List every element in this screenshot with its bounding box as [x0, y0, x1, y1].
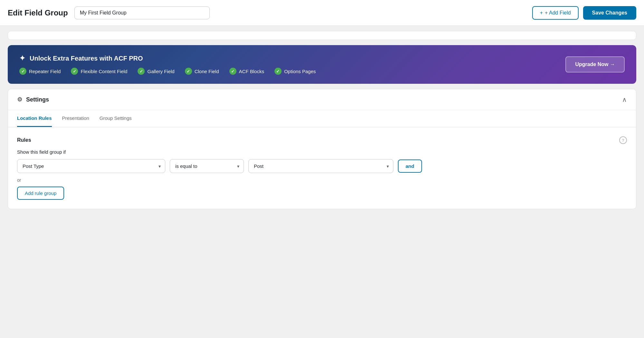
pro-banner-title-text: Unlock Extra Features with ACF PRO — [30, 55, 143, 62]
feature-label-gallery: Gallery Field — [147, 69, 174, 74]
page-title: Edit Field Group — [8, 8, 68, 17]
feature-blocks: ✓ ACF Blocks — [229, 68, 264, 75]
upgrade-now-button[interactable]: Upgrade Now → — [565, 56, 625, 72]
tab-group-settings[interactable]: Group Settings — [100, 110, 132, 127]
feature-label-blocks: ACF Blocks — [239, 69, 264, 74]
pro-banner: ✦ Unlock Extra Features with ACF PRO ✓ R… — [8, 45, 636, 84]
field-group-name-input[interactable] — [74, 6, 210, 19]
check-icon-options: ✓ — [274, 68, 282, 75]
pro-features-list: ✓ Repeater Field ✓ Flexible Content Fiel… — [19, 68, 316, 75]
check-icon-blocks: ✓ — [229, 68, 236, 75]
rules-section: Rules ? Show this field group if Post Ty… — [8, 127, 636, 209]
check-icon-repeater: ✓ — [19, 68, 26, 75]
feature-label-options: Options Pages — [284, 69, 316, 74]
check-icon-flexible: ✓ — [71, 68, 78, 75]
operator-select-wrapper: is equal to is not equal to ▾ — [170, 159, 244, 173]
plus-icon: + — [540, 10, 543, 16]
value-select[interactable]: Post Page Custom — [248, 159, 393, 173]
help-icon[interactable]: ? — [619, 136, 627, 144]
feature-repeater: ✓ Repeater Field — [19, 68, 61, 75]
tab-presentation[interactable]: Presentation — [62, 110, 89, 127]
feature-label-flexible: Flexible Content Field — [81, 69, 127, 74]
pro-banner-left: ✦ Unlock Extra Features with ACF PRO ✓ R… — [19, 54, 316, 75]
feature-options: ✓ Options Pages — [274, 68, 316, 75]
settings-title-text: Settings — [26, 96, 49, 103]
feature-label-clone: Clone Field — [195, 69, 219, 74]
feature-clone: ✓ Clone Field — [185, 68, 219, 75]
check-icon-clone: ✓ — [185, 68, 192, 75]
pro-banner-title: ✦ Unlock Extra Features with ACF PRO — [19, 54, 316, 63]
settings-header: ⚙ Settings ∧ — [8, 89, 636, 110]
show-if-label: Show this field group if — [17, 149, 627, 155]
post-type-select[interactable]: Post Type Page Type User — [17, 159, 165, 173]
tab-location-rules[interactable]: Location Rules — [17, 110, 52, 127]
header-bar: Edit Field Group + + Add Field Save Chan… — [0, 0, 644, 26]
add-field-label: + Add Field — [545, 10, 571, 16]
partial-card — [8, 31, 636, 40]
header-actions: + + Add Field Save Changes — [532, 6, 636, 20]
collapse-icon[interactable]: ∧ — [622, 96, 627, 103]
and-button[interactable]: and — [398, 159, 422, 173]
settings-card: ⚙ Settings ∧ Location Rules Presentation… — [8, 89, 636, 209]
settings-title: ⚙ Settings — [17, 96, 49, 103]
save-changes-button[interactable]: Save Changes — [583, 6, 636, 20]
feature-gallery: ✓ Gallery Field — [138, 68, 174, 75]
rules-header: Rules ? — [17, 136, 627, 144]
add-rule-group-button[interactable]: Add rule group — [17, 187, 64, 200]
post-type-select-wrapper: Post Type Page Type User ▾ — [17, 159, 165, 173]
operator-select[interactable]: is equal to is not equal to — [170, 159, 244, 173]
gear-icon: ⚙ — [17, 96, 22, 103]
feature-flexible: ✓ Flexible Content Field — [71, 68, 127, 75]
star-icon: ✦ — [19, 54, 25, 63]
rule-row: Post Type Page Type User ▾ is equal to i… — [17, 159, 627, 173]
check-icon-gallery: ✓ — [138, 68, 145, 75]
feature-label-repeater: Repeater Field — [29, 69, 61, 74]
tabs-row: Location Rules Presentation Group Settin… — [8, 110, 636, 127]
add-field-button[interactable]: + + Add Field — [532, 6, 579, 20]
or-label: or — [17, 178, 627, 183]
rules-label: Rules — [17, 137, 31, 143]
value-select-wrapper: Post Page Custom ▾ — [248, 159, 393, 173]
